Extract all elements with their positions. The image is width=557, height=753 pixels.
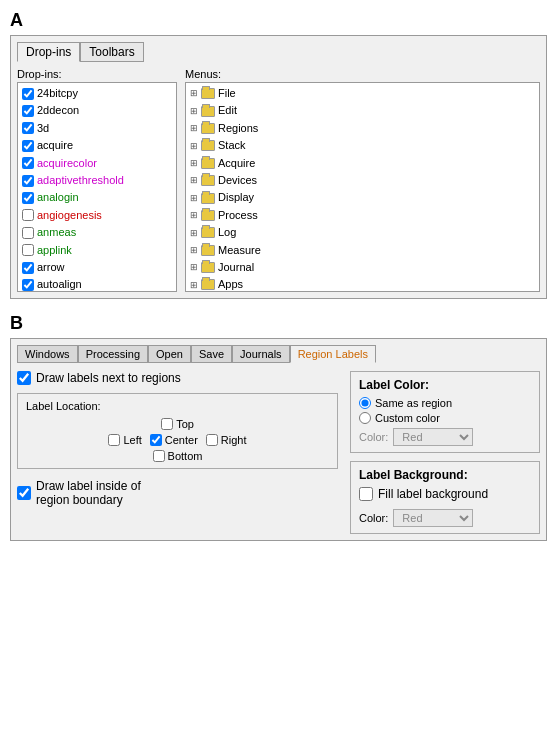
label-bg-color-row: Color: Red Green Blue White Black — [359, 509, 531, 527]
draw-inside-checkbox[interactable] — [17, 486, 31, 500]
draw-labels-row: Draw labels next to regions — [17, 371, 338, 385]
tab-open[interactable]: Open — [148, 345, 191, 363]
radio-custom-label: Custom color — [375, 412, 440, 424]
list-item[interactable]: ⊞Stack — [188, 137, 537, 154]
tab-processing[interactable]: Processing — [78, 345, 148, 363]
loc-left-checkbox[interactable] — [108, 434, 120, 446]
draw-inside-text: Draw label inside ofregion boundary — [36, 479, 141, 507]
dropin-name: acquirecolor — [37, 156, 97, 171]
menu-name: Edit — [218, 103, 237, 118]
loc-top-checkbox[interactable] — [161, 418, 173, 430]
dropin-checkbox[interactable] — [22, 262, 34, 274]
loc-center-label: Center — [165, 434, 198, 446]
list-item: acquirecolor — [20, 155, 174, 172]
tab-dropins[interactable]: Drop-ins — [17, 42, 80, 62]
tab-journals[interactable]: Journals — [232, 345, 290, 363]
tab-toolbars[interactable]: Toolbars — [80, 42, 143, 62]
loc-top-label: Top — [176, 418, 194, 430]
list-item[interactable]: ⊞Apps — [188, 276, 537, 292]
dropin-checkbox[interactable] — [22, 244, 34, 256]
fill-bg-row: Fill label background — [359, 487, 531, 501]
location-top-row: Top — [161, 418, 194, 430]
expand-icon[interactable]: ⊞ — [190, 209, 198, 222]
dropin-checkbox[interactable] — [22, 140, 34, 152]
list-item[interactable]: ⊞Edit — [188, 102, 537, 119]
loc-bottom: Bottom — [153, 450, 203, 462]
list-item: applink — [20, 242, 174, 259]
list-item[interactable]: ⊞Journal — [188, 259, 537, 276]
dropin-checkbox[interactable] — [22, 279, 34, 291]
expand-icon[interactable]: ⊞ — [190, 157, 198, 170]
loc-top: Top — [161, 418, 194, 430]
b-right-col: Label Color: Same as region Custom color… — [350, 371, 540, 534]
folder-icon — [201, 158, 215, 169]
dropin-name: angiogenesis — [37, 208, 102, 223]
expand-icon[interactable]: ⊞ — [190, 140, 198, 153]
menu-name: File — [218, 86, 236, 101]
menu-name: Measure — [218, 243, 261, 258]
expand-icon[interactable]: ⊞ — [190, 122, 198, 135]
label-bg-title: Label Background: — [359, 468, 531, 482]
list-item[interactable]: ⊞Devices — [188, 172, 537, 189]
loc-center-checkbox[interactable] — [150, 434, 162, 446]
list-item: autoalign — [20, 276, 174, 292]
tab-windows[interactable]: Windows — [17, 345, 78, 363]
location-mid-row: Left Center Right — [108, 434, 246, 446]
radio-custom-input[interactable] — [359, 412, 371, 424]
expand-icon[interactable]: ⊞ — [190, 261, 198, 274]
fill-bg-label: Fill label background — [378, 487, 488, 501]
location-grid: Top Left Center — [26, 418, 329, 462]
b-left-col: Draw labels next to regions Label Locati… — [17, 371, 338, 534]
dropins-list[interactable]: 24bitcpy2ddecon3dacquireacquirecoloradap… — [17, 82, 177, 292]
list-item[interactable]: ⊞Log — [188, 224, 537, 241]
dropin-name: anmeas — [37, 225, 76, 240]
expand-icon[interactable]: ⊞ — [190, 279, 198, 292]
list-item[interactable]: ⊞Measure — [188, 242, 537, 259]
menus-list[interactable]: ⊞File⊞Edit⊞Regions⊞Stack⊞Acquire⊞Devices… — [185, 82, 540, 292]
fill-bg-checkbox[interactable] — [359, 487, 373, 501]
dropin-checkbox[interactable] — [22, 88, 34, 100]
expand-icon[interactable]: ⊞ — [190, 244, 198, 257]
expand-icon[interactable]: ⊞ — [190, 192, 198, 205]
list-item[interactable]: ⊞Process — [188, 207, 537, 224]
list-item[interactable]: ⊞Regions — [188, 120, 537, 137]
dropin-checkbox[interactable] — [22, 122, 34, 134]
section-b-main: Draw labels next to regions Label Locati… — [17, 371, 540, 534]
loc-bottom-label: Bottom — [168, 450, 203, 462]
tab-region-labels[interactable]: Region Labels — [290, 345, 376, 363]
dropin-checkbox[interactable] — [22, 175, 34, 187]
draw-labels-checkbox[interactable] — [17, 371, 31, 385]
label-bg-color-select[interactable]: Red Green Blue White Black — [393, 509, 473, 527]
list-item: anmeas — [20, 224, 174, 241]
loc-center: Center — [150, 434, 198, 446]
folder-icon — [201, 279, 215, 290]
section-a-tabs: Drop-ins Toolbars — [17, 42, 540, 62]
folder-icon — [201, 140, 215, 151]
menus-label: Menus: — [185, 68, 540, 80]
dropin-checkbox[interactable] — [22, 227, 34, 239]
folder-icon — [201, 123, 215, 134]
expand-icon[interactable]: ⊞ — [190, 227, 198, 240]
list-item[interactable]: ⊞File — [188, 85, 537, 102]
folder-icon — [201, 88, 215, 99]
menu-name: Log — [218, 225, 236, 240]
loc-right-checkbox[interactable] — [206, 434, 218, 446]
tab-save[interactable]: Save — [191, 345, 232, 363]
section-a-content: Drop-ins: 24bitcpy2ddecon3dacquireacquir… — [17, 68, 540, 292]
expand-icon[interactable]: ⊞ — [190, 105, 198, 118]
list-item[interactable]: ⊞Display — [188, 189, 537, 206]
dropin-checkbox[interactable] — [22, 192, 34, 204]
label-color-select[interactable]: Red Green Blue White Black — [393, 428, 473, 446]
list-item: adaptivethreshold — [20, 172, 174, 189]
dropin-name: autoalign — [37, 277, 82, 292]
expand-icon[interactable]: ⊞ — [190, 87, 198, 100]
location-bottom-row: Bottom — [153, 450, 203, 462]
radio-same-input[interactable] — [359, 397, 371, 409]
folder-icon — [201, 106, 215, 117]
dropin-checkbox[interactable] — [22, 105, 34, 117]
dropin-checkbox[interactable] — [22, 157, 34, 169]
loc-bottom-checkbox[interactable] — [153, 450, 165, 462]
dropin-checkbox[interactable] — [22, 209, 34, 221]
expand-icon[interactable]: ⊞ — [190, 174, 198, 187]
list-item[interactable]: ⊞Acquire — [188, 155, 537, 172]
